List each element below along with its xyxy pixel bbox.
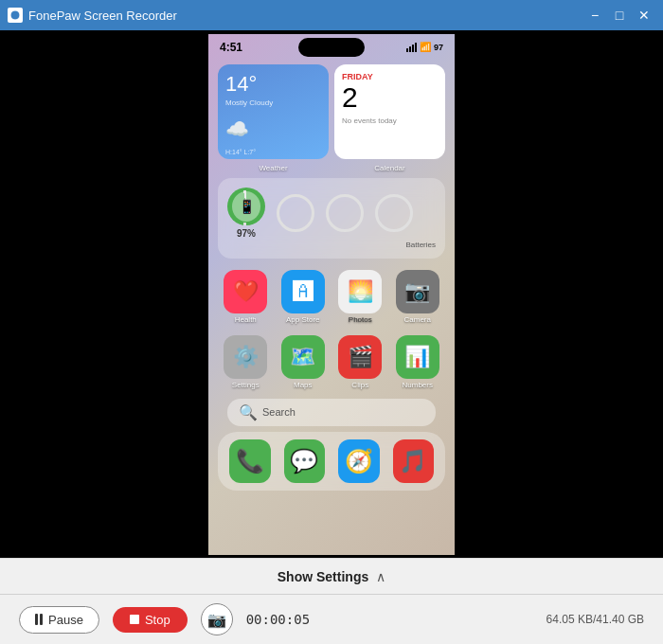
app-grid-row2: ⚙️ Settings 🗺️ Maps 🎬 Clips 📊 Numbers: [208, 330, 455, 395]
camera-screenshot-icon: 📷: [207, 611, 226, 629]
pause-icon: [35, 614, 43, 625]
pause-button[interactable]: Pause: [19, 606, 99, 634]
show-settings-bar[interactable]: Show Settings ∧: [0, 559, 663, 595]
clips-label: Clips: [351, 381, 368, 389]
app-icon: [8, 8, 23, 23]
app-item-health[interactable]: ❤️ Health: [220, 270, 272, 324]
phone-screen-container: 4:51 📶 97 14° Mostly Cloudy: [0, 30, 663, 558]
bottom-panel: Show Settings ∧ Pause Stop 📷 00:00:05 64…: [0, 558, 663, 644]
title-bar-left: FonePaw Screen Recorder: [8, 8, 177, 23]
battery-status: 97: [434, 43, 443, 52]
camera-label: Camera: [404, 315, 431, 324]
app-item-settings[interactable]: ⚙️ Settings: [220, 335, 272, 389]
calendar-day: FRIDAY: [342, 72, 438, 81]
calendar-widget[interactable]: FRIDAY 2 No events today: [334, 64, 445, 159]
dock-messages-icon[interactable]: 💬: [284, 439, 326, 483]
app-item-maps[interactable]: 🗺️ Maps: [278, 335, 330, 389]
calendar-events: No events today: [342, 116, 438, 125]
battery-circle-inner: 📱: [232, 191, 260, 222]
app-item-numbers[interactable]: 📊 Numbers: [392, 335, 444, 389]
app-grid-row1: ❤️ Health 🅰 App Store 🌅 Photos 📷 Camera: [208, 264, 455, 330]
close-button[interactable]: ✕: [633, 5, 655, 26]
calendar-date: 2: [342, 81, 438, 113]
signal-bars-icon: [406, 43, 417, 52]
maps-label: Maps: [294, 381, 313, 389]
phone-screen: 4:51 📶 97 14° Mostly Cloudy: [208, 34, 455, 555]
battery-widget-label: Batteries: [227, 241, 436, 249]
widgets-row: 14° Mostly Cloudy ☁️ H:14° L:7° FRIDAY 2…: [208, 61, 455, 163]
app-item-photos[interactable]: 🌅 Photos: [334, 270, 386, 324]
search-text: Search: [262, 406, 296, 418]
numbers-label: Numbers: [403, 381, 433, 389]
photos-icon: 🌅: [338, 270, 382, 313]
dock-phone-icon[interactable]: 📞: [229, 439, 271, 483]
svg-point-0: [10, 10, 20, 20]
maps-icon: 🗺️: [281, 335, 325, 379]
battery-item-phone: 📱 97%: [227, 188, 265, 239]
weather-widget[interactable]: 14° Mostly Cloudy ☁️ H:14° L:7°: [218, 64, 329, 159]
weather-widget-label: Weather: [218, 164, 329, 172]
stop-label: Stop: [145, 613, 170, 627]
dock: 📞 💬 🧭 🎵: [218, 432, 445, 491]
photos-label: Photos: [349, 315, 372, 324]
dynamic-island: [298, 38, 365, 57]
window-controls: − □ ✕: [583, 5, 655, 26]
dock-safari-icon[interactable]: 🧭: [338, 439, 380, 483]
stop-icon: [130, 615, 139, 624]
timer: 00:00:05: [246, 612, 310, 627]
weather-range: H:14° L:7°: [225, 149, 256, 155]
weather-cloud-icon: ☁️: [225, 117, 249, 140]
title-bar: FonePaw Screen Recorder − □ ✕: [0, 0, 663, 30]
window-title: FonePaw Screen Recorder: [28, 9, 177, 23]
battery-widget: 📱 97% Batteries: [218, 178, 445, 259]
clips-icon: 🎬: [338, 335, 382, 379]
battery-circle-active: 📱: [227, 188, 265, 225]
app-item-appstore[interactable]: 🅰 App Store: [278, 270, 330, 324]
battery-item-3: [326, 194, 364, 232]
battery-percentage: 97%: [237, 228, 256, 239]
app-item-camera[interactable]: 📷 Camera: [392, 270, 444, 324]
dock-music-icon[interactable]: 🎵: [393, 439, 435, 483]
pause-label: Pause: [48, 613, 83, 627]
storage-info: 64.05 KB/41.40 GB: [547, 613, 644, 626]
weather-desc: Mostly Cloudy: [225, 98, 321, 107]
status-bar: 4:51 📶 97: [208, 34, 455, 61]
main-content: 4:51 📶 97 14° Mostly Cloudy: [0, 30, 663, 644]
search-bar[interactable]: 🔍 Search: [227, 399, 436, 426]
settings-label: Settings: [232, 381, 260, 389]
battery-icons-row: 📱 97%: [227, 188, 436, 239]
numbers-icon: 📊: [396, 335, 439, 379]
battery-item-4: [375, 194, 413, 232]
battery-circle-empty-4: [375, 194, 413, 232]
appstore-icon: 🅰: [281, 270, 325, 313]
search-icon: 🔍: [239, 403, 258, 421]
screenshot-button[interactable]: 📷: [201, 603, 233, 635]
status-time: 4:51: [220, 41, 242, 54]
health-label: Health: [235, 315, 257, 324]
app-item-clips[interactable]: 🎬 Clips: [334, 335, 386, 389]
controls-bar: Pause Stop 📷 00:00:05 64.05 KB/41.40 GB: [0, 595, 663, 644]
weather-temp: 14°: [225, 72, 321, 97]
calendar-widget-label: Calendar: [334, 164, 445, 172]
battery-circle-empty-3: [326, 194, 364, 232]
health-icon: ❤️: [224, 270, 267, 313]
appstore-label: App Store: [286, 315, 320, 324]
camera-icon: 📷: [396, 270, 439, 313]
stop-button[interactable]: Stop: [113, 607, 188, 633]
widget-labels: Weather Calendar: [208, 164, 455, 172]
maximize-button[interactable]: □: [608, 5, 631, 26]
status-right: 📶 97: [406, 42, 443, 52]
show-settings-label: Show Settings: [278, 569, 368, 584]
chevron-up-icon: ∧: [376, 569, 385, 584]
battery-item-2: [277, 194, 314, 232]
battery-circle-empty-2: [277, 194, 314, 232]
settings-icon: ⚙️: [224, 335, 267, 379]
minimize-button[interactable]: −: [583, 5, 606, 26]
wifi-icon: 📶: [420, 42, 431, 52]
